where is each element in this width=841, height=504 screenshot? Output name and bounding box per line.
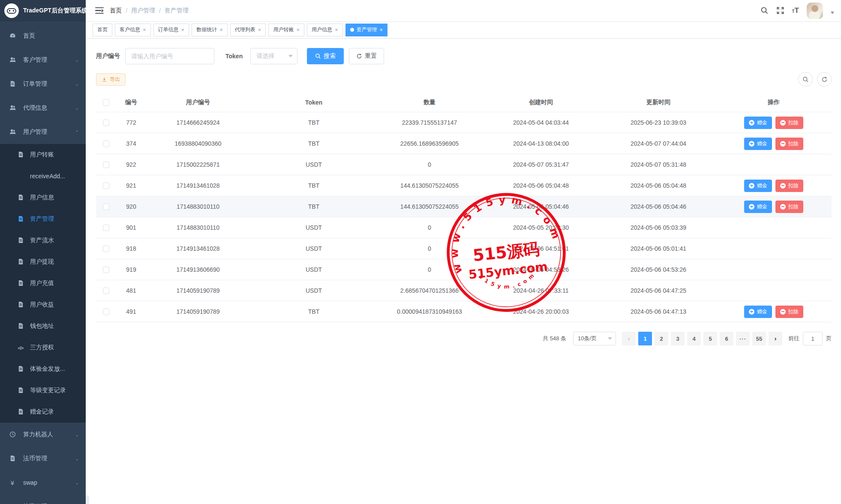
column-header-数量: 数量 [378,99,481,106]
sidebar-subitem-用户信息[interactable]: 用户信息 [0,187,86,208]
deduct-button[interactable]: 扣除 [775,201,803,213]
tab-订单信息[interactable]: 订单信息× [153,24,189,36]
sidebar-subitem-用户转账[interactable]: 用户转账 [0,144,86,165]
sidebar-item-算力机器人[interactable]: 算力机器人⌄ [0,423,86,447]
users-icon [9,129,16,135]
sidebar-item-法币管理[interactable]: 法币管理⌄ [0,447,86,471]
tab-首页[interactable]: 首页 [93,24,112,36]
avatar-caret-icon[interactable] [831,12,834,14]
gift-button[interactable]: 赠金 [744,117,772,129]
sidebar-scrollbar[interactable] [86,495,89,504]
search-icon[interactable] [760,6,769,15]
table-refresh-button[interactable] [817,72,832,87]
next-page-button[interactable]: › [769,332,782,345]
sidebar-subitem-三方授权[interactable]: </>三方授权 [0,337,86,358]
close-icon[interactable]: × [380,27,383,33]
row-checkbox[interactable] [103,309,109,315]
sidebar-item-首页[interactable]: 首页 [0,24,86,48]
sidebar-subitem-赠金记录[interactable]: 赠金记录 [0,401,86,423]
row-checkbox[interactable] [103,141,109,147]
active-tab-dot [350,28,354,32]
deduct-button[interactable]: 扣除 [775,117,803,129]
breadcrumb-home[interactable]: 首页 [110,7,122,15]
plus-circle-icon [749,204,754,210]
sidebar-subitem-钱包地址[interactable]: 钱包地址 [0,315,86,337]
font-size-icon[interactable]: TT [792,6,799,15]
row-checkbox[interactable] [103,246,109,252]
gift-button[interactable]: 赠金 [744,201,772,213]
sidebar-subitem-用户提现[interactable]: 用户提现 [0,251,86,273]
close-icon[interactable]: × [219,27,223,33]
cell-amount: 22656.168963596905 [378,140,481,147]
gift-button[interactable]: 赠金 [744,306,772,318]
prev-page-button[interactable]: ‹ [622,332,636,345]
fullscreen-icon[interactable] [776,6,784,15]
close-icon[interactable]: × [335,27,338,33]
sidebar-subitem-用户充值[interactable]: 用户充值 [0,273,86,294]
sidebar-subitem-label: 赠金记录 [30,408,54,416]
sidebar-subitem-资产管理[interactable]: 资产管理 [0,208,86,230]
reset-button[interactable]: 重置 [349,48,384,64]
hamburger-icon[interactable] [95,7,104,14]
sidebar-subitem-体验金发放...[interactable]: 体验金发放... [0,358,86,380]
row-checkbox[interactable] [103,204,109,210]
document-icon [18,408,24,415]
close-icon[interactable]: × [143,27,146,33]
cell-user-id: 1714059190789 [147,287,249,294]
row-checkbox[interactable] [103,288,109,294]
page-button-5[interactable]: 5 [703,332,717,345]
deduct-button[interactable]: 扣除 [775,138,803,150]
select-all-checkbox[interactable] [103,99,109,106]
table-search-toggle-button[interactable] [798,72,813,87]
sidebar-item-swap[interactable]: ¥swap⌄ [0,471,86,495]
page-button-1[interactable]: 1 [638,332,652,345]
sidebar-subitem-receiveAdd...[interactable]: receiveAdd... [0,165,86,187]
close-icon[interactable]: × [296,27,300,33]
row-checkbox[interactable] [103,120,109,126]
deduct-button[interactable]: 扣除 [775,306,803,318]
token-select[interactable]: 请选择 [250,48,297,64]
sidebar-item-快讯管理[interactable]: 快讯管理⌄ [0,495,86,504]
tab-用户信息[interactable]: 用户信息× [307,24,343,36]
gift-button[interactable]: 赠金 [744,138,772,150]
page-button-2[interactable]: 2 [655,332,668,345]
breadcrumb-separator: / [126,7,127,14]
row-checkbox[interactable] [103,183,109,189]
goto-page-input[interactable] [803,332,823,345]
page-button-55[interactable]: 55 [752,332,766,345]
chevron-down-icon [608,337,612,340]
close-icon[interactable]: × [258,27,261,33]
row-checkbox[interactable] [103,267,109,273]
page-size-select[interactable]: 10条/页 [573,332,616,345]
row-checkbox[interactable] [103,162,109,168]
sidebar-subitem-用户收益[interactable]: 用户收益 [0,294,86,315]
page-button-4[interactable]: 4 [687,332,701,345]
tab-数据统计[interactable]: 数据统计× [192,24,228,36]
sidebar-item-用户管理[interactable]: 用户管理⌃ [0,120,86,144]
sidebar-item-label: 代理信息 [23,104,75,112]
tab-用户转账[interactable]: 用户转账× [268,24,304,36]
deduct-button[interactable]: 扣除 [775,180,803,192]
page-button-3[interactable]: 3 [671,332,685,345]
sidebar-subitem-等级变更记录[interactable]: 等级变更记录 [0,380,86,401]
avatar[interactable] [807,3,823,19]
app-title: TradeGPT后台管理系统 [23,7,87,15]
row-checkbox[interactable] [103,225,109,231]
gift-button[interactable]: 赠金 [744,180,772,192]
sidebar-item-客户管理[interactable]: 客户管理⌄ [0,48,86,72]
assets-table: 编号用户编号Token数量创建时间更新时间操作 7721714666245924… [96,93,832,322]
tab-代理列表[interactable]: 代理列表× [230,24,266,36]
user-id-input[interactable] [125,48,214,64]
page-ellipsis[interactable]: ··· [736,332,750,345]
tab-资产管理[interactable]: 资产管理× [345,24,388,36]
document-icon [18,151,24,158]
export-button[interactable]: 导出 [96,73,126,86]
tab-客户信息[interactable]: 客户信息× [115,24,151,36]
breadcrumb-user-mgmt[interactable]: 用户管理 [131,7,155,15]
sidebar-item-订单管理[interactable]: 订单管理⌄ [0,72,86,96]
sidebar-subitem-资产流水[interactable]: 资产流水 [0,230,86,251]
sidebar-item-代理信息[interactable]: 代理信息⌄ [0,96,86,120]
page-button-6[interactable]: 6 [720,332,733,345]
search-button[interactable]: 搜索 [307,48,344,64]
close-icon[interactable]: × [181,27,185,33]
